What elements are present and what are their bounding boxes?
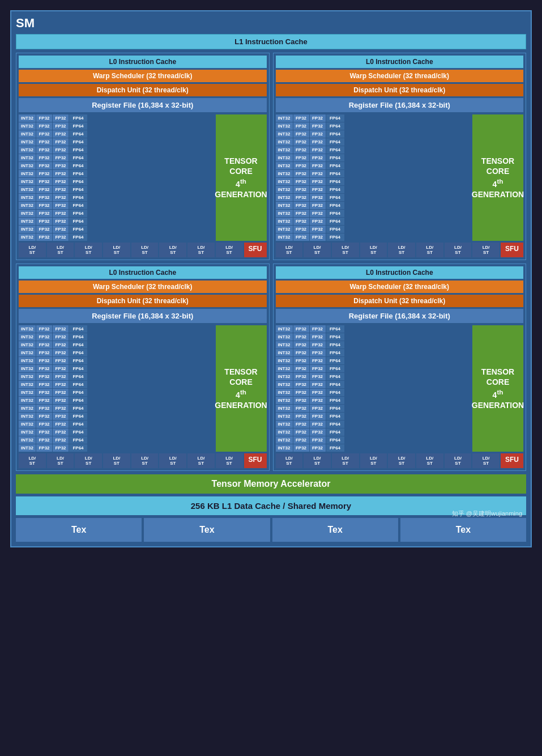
fp64-cell: FP64 bbox=[326, 226, 344, 233]
fp32-cell: FP32 bbox=[53, 186, 69, 193]
fp32-cell: FP32 bbox=[310, 194, 326, 201]
fp32-cell: FP32 bbox=[36, 373, 52, 380]
fp32-cell: FP32 bbox=[310, 333, 326, 341]
fp32-cell: FP32 bbox=[293, 162, 309, 169]
fp64-cell: FP64 bbox=[69, 226, 87, 233]
core-row: INT32 FP32 FP32 FP64 bbox=[19, 130, 214, 138]
core-row: INT32FP32FP32FP64 bbox=[276, 114, 471, 122]
fp32-cell: FP32 bbox=[310, 341, 326, 349]
int32-cell: INT32 bbox=[276, 357, 293, 364]
core-row: INT32FP32FP32FP64 bbox=[276, 154, 471, 162]
int32-cell: INT32 bbox=[19, 373, 36, 380]
core-row: INT32FP32FP32FP64 bbox=[276, 405, 471, 412]
fp32-cell: FP32 bbox=[310, 428, 326, 436]
core-row: INT32FP32FP32FP64 bbox=[276, 357, 471, 364]
fp64-cell: FP64 bbox=[326, 357, 344, 364]
l0-cache-4: L0 Instruction Cache bbox=[276, 266, 524, 279]
ld-st-cell: LD/ST bbox=[159, 243, 186, 257]
fp64-cell: FP64 bbox=[326, 154, 344, 162]
ld-st-cell: LD/ST bbox=[388, 453, 415, 468]
core-row: INT32 FP32 FP32 FP64 bbox=[19, 122, 214, 130]
watermark: 知乎 @吴建明wujianming bbox=[452, 509, 522, 518]
core-row: INT32FP32FP32FP64 bbox=[276, 194, 471, 201]
compute-area-4: INT32FP32FP32FP64 INT32FP32FP32FP64 INT3… bbox=[276, 325, 524, 452]
fp32-cell: FP32 bbox=[293, 130, 309, 138]
fp32-cell: FP32 bbox=[36, 130, 52, 138]
fp32-cell: FP32 bbox=[310, 218, 326, 225]
core-row: INT32FP32FP32FP64 bbox=[276, 365, 471, 372]
register-file-1: Register File (16,384 x 32-bit) bbox=[19, 98, 267, 112]
fp32-cell: FP32 bbox=[36, 428, 52, 436]
dispatch-unit-3: Dispatch Unit (32 thread/clk) bbox=[19, 295, 267, 307]
tex-cell-3: Tex bbox=[272, 518, 398, 542]
core-row: INT32FP32FP32FP64 bbox=[19, 349, 214, 356]
ld-st-cell: LD/ST bbox=[416, 453, 443, 468]
fp32-cell: FP32 bbox=[293, 154, 309, 162]
int32-cell: INT32 bbox=[276, 194, 293, 201]
fp64-cell: FP64 bbox=[326, 405, 344, 412]
core-row: INT32 FP32 FP32 FP64 bbox=[19, 154, 214, 162]
int32-cell: INT32 bbox=[19, 186, 36, 193]
ld-st-cell: LD/ST bbox=[187, 453, 215, 468]
fp32-cell: FP32 bbox=[293, 428, 309, 436]
fp32-cell: FP32 bbox=[53, 218, 69, 225]
core-row: INT32FP32FP32FP64 bbox=[276, 122, 471, 130]
int32-cell: INT32 bbox=[19, 325, 36, 333]
ld-st-cell: LD/ST bbox=[47, 453, 74, 468]
fp32-cell: FP32 bbox=[53, 154, 69, 162]
int32-cell: INT32 bbox=[19, 162, 36, 169]
core-row: INT32 FP32 FP32 FP64 bbox=[19, 218, 214, 225]
int32-cell: INT32 bbox=[19, 130, 36, 138]
int32-cell: INT32 bbox=[276, 349, 293, 356]
core-row: INT32FP32FP32FP64 bbox=[19, 333, 214, 341]
fp32-cell: FP32 bbox=[53, 202, 69, 209]
fp32-cell: FP32 bbox=[36, 333, 52, 341]
register-file-4: Register File (16,384 x 32-bit) bbox=[276, 309, 524, 323]
fp32-cell: FP32 bbox=[53, 233, 69, 241]
ld-st-cell: LD/ST bbox=[332, 243, 359, 257]
ld-st-cell: LD/ST bbox=[304, 453, 331, 468]
int32-cell: INT32 bbox=[276, 162, 293, 169]
fp32-cell: FP32 bbox=[310, 186, 326, 193]
fp32-cell: FP32 bbox=[36, 226, 52, 233]
fp64-cell: FP64 bbox=[326, 202, 344, 209]
fp32-cell: FP32 bbox=[293, 178, 309, 185]
fp32-cell: FP32 bbox=[310, 357, 326, 364]
fp32-cell: FP32 bbox=[293, 444, 309, 452]
fp32-cell: FP32 bbox=[36, 381, 52, 388]
dispatch-unit-4: Dispatch Unit (32 thread/clk) bbox=[276, 295, 524, 307]
int32-cell: INT32 bbox=[19, 138, 36, 146]
fp64-cell: FP64 bbox=[326, 130, 344, 138]
fp64-cell: FP64 bbox=[69, 186, 87, 193]
fp32-cell: FP32 bbox=[53, 325, 69, 333]
int32-cell: INT32 bbox=[276, 178, 293, 185]
fp64-cell: FP64 bbox=[326, 428, 344, 436]
sfu-cell-4: SFU bbox=[501, 453, 523, 468]
fp32-cell: FP32 bbox=[36, 325, 52, 333]
core-row: INT32FP32FP32FP64 bbox=[276, 162, 471, 169]
core-row: INT32FP32FP32FP64 bbox=[19, 325, 214, 333]
fp32-cell: FP32 bbox=[310, 444, 326, 452]
fp32-cell: FP32 bbox=[293, 333, 309, 341]
ld-st-cell: LD/ST bbox=[216, 453, 243, 468]
core-row: INT32FP32FP32FP64 bbox=[276, 381, 471, 388]
core-rows-3: INT32FP32FP32FP64 INT32FP32FP32FP64 INT3… bbox=[19, 325, 214, 452]
page-wrapper: SM L1 Instruction Cache L0 Instruction C… bbox=[6, 6, 536, 552]
core-row: INT32FP32FP32FP64 bbox=[276, 226, 471, 233]
core-rows-1: INT32 FP32 FP32 FP64 INT32 FP32 FP32 FP6… bbox=[19, 114, 214, 241]
fp32-cell: FP32 bbox=[293, 397, 309, 404]
fp32-cell: FP32 bbox=[36, 162, 52, 169]
fp64-cell: FP64 bbox=[69, 194, 87, 201]
core-row: INT32FP32FP32FP64 bbox=[19, 341, 214, 349]
fp32-cell: FP32 bbox=[310, 373, 326, 380]
fp32-cell: FP32 bbox=[53, 341, 69, 349]
tex-cell-2: Tex bbox=[144, 518, 270, 542]
fp32-cell: FP32 bbox=[36, 154, 52, 162]
core-row: INT32FP32FP32FP64 bbox=[19, 421, 214, 428]
core-row: INT32FP32FP32FP64 bbox=[276, 218, 471, 225]
int32-cell: INT32 bbox=[19, 333, 36, 341]
fp32-cell: FP32 bbox=[293, 436, 309, 444]
fp32-cell: FP32 bbox=[293, 389, 309, 396]
fp32-cell: FP32 bbox=[310, 162, 326, 169]
ld-st-row-1: LD/ST LD/ST LD/ST LD/ST LD/ST LD/ST LD/S… bbox=[19, 243, 267, 257]
